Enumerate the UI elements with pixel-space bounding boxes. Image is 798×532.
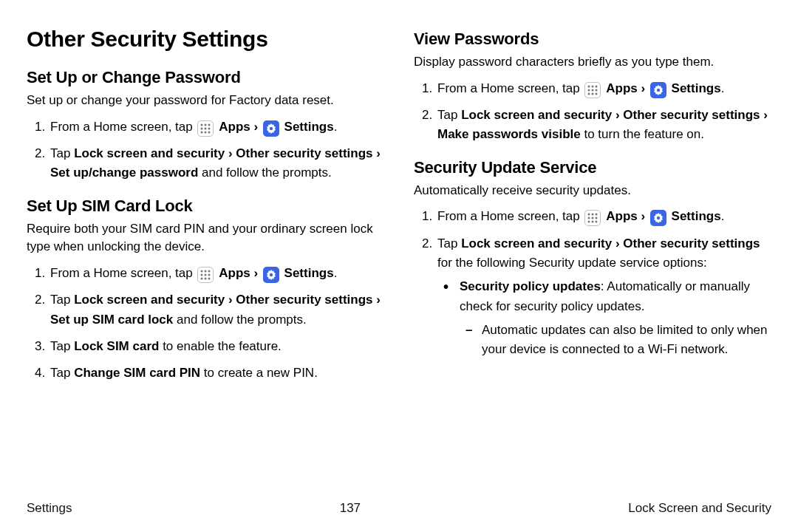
dash-item: Automatic updates can also be limited to… [479, 321, 771, 360]
dash-list: Automatic updates can also be limited to… [460, 321, 771, 360]
apps-label: Apps [606, 81, 638, 95]
step-item: From a Home screen, tap Apps › Settings. [49, 117, 384, 137]
section-desc: Require both your SIM card PIN and your … [27, 220, 384, 256]
svg-point-24 [592, 89, 594, 91]
tap-prefix: Tap [437, 236, 461, 250]
bullet-item: Security policy updates: Automatically o… [457, 277, 771, 359]
chevron: › [250, 266, 262, 280]
svg-point-23 [588, 89, 590, 91]
step-after: to turn the feature on. [581, 127, 704, 141]
step-after: and follow the prompts. [173, 313, 306, 327]
step-item: Tap Lock SIM card to enable the feature. [49, 337, 384, 356]
svg-point-7 [205, 131, 207, 133]
document-page: Other Security Settings Set Up or Change… [0, 0, 798, 532]
svg-point-33 [588, 217, 590, 219]
section-desc: Display password characters briefly as y… [414, 53, 771, 72]
step-item: Tap Lock screen and security › Other sec… [436, 234, 771, 360]
step-after: to create a new PIN. [200, 366, 318, 380]
footer-right: Lock Screen and Security [628, 501, 771, 516]
tap-prefix: Tap [437, 108, 461, 122]
section-desc: Automatically receive security updates. [414, 182, 771, 200]
svg-point-3 [201, 127, 203, 129]
step-text: From a Home screen, tap [437, 209, 580, 223]
svg-point-1 [205, 123, 207, 126]
page-title: Other Security Settings [27, 27, 384, 52]
step-item: From a Home screen, tap Apps › Settings. [436, 79, 771, 98]
svg-point-31 [592, 214, 594, 216]
section-desc: Set up or change your password for Facto… [27, 92, 384, 110]
svg-point-4 [205, 127, 207, 129]
apps-icon [197, 267, 214, 283]
apps-icon [197, 120, 214, 137]
step-text: From a Home screen, tap [50, 266, 193, 280]
apps-icon [584, 210, 601, 226]
step-text: From a Home screen, tap [50, 120, 193, 134]
apps-label: Apps [219, 120, 250, 134]
chevron: › [638, 209, 649, 223]
two-column-layout: Other Security Settings Set Up or Change… [27, 27, 771, 397]
svg-point-16 [201, 277, 203, 279]
steps-list: From a Home screen, tap Apps › Settings.… [27, 117, 384, 183]
apps-icon [584, 82, 601, 98]
step-item: From a Home screen, tap Apps › Settings. [49, 264, 384, 283]
step-bold: Lock screen and security › Other securit… [461, 236, 760, 250]
svg-point-8 [208, 131, 211, 133]
period: . [334, 120, 338, 134]
svg-point-36 [588, 221, 590, 223]
svg-point-9 [270, 126, 273, 129]
section-heading-sim-lock: Set Up SIM Card Lock [27, 197, 384, 216]
svg-point-27 [592, 92, 594, 95]
period: . [721, 81, 725, 95]
svg-point-13 [201, 273, 203, 276]
footer-left: Settings [27, 501, 72, 516]
left-column: Other Security Settings Set Up or Change… [27, 27, 384, 397]
step-after: and follow the prompts. [198, 166, 331, 180]
section-heading-setup-password: Set Up or Change Password [27, 68, 384, 87]
svg-point-34 [592, 217, 594, 219]
svg-point-5 [208, 127, 211, 129]
apps-label: Apps [219, 266, 250, 280]
steps-list: From a Home screen, tap Apps › Settings.… [414, 207, 771, 359]
settings-label: Settings [284, 266, 334, 280]
svg-point-22 [596, 85, 598, 87]
svg-point-21 [592, 85, 594, 87]
tap-prefix: Tap [50, 366, 74, 380]
svg-point-15 [208, 273, 211, 276]
steps-list: From a Home screen, tap Apps › Settings.… [414, 79, 771, 145]
svg-point-39 [657, 216, 660, 219]
step-after: for the following Security update servic… [437, 256, 707, 270]
svg-point-0 [201, 123, 203, 126]
svg-point-38 [596, 221, 598, 223]
chevron: › [638, 81, 649, 95]
svg-point-12 [208, 270, 211, 272]
step-item: Tap Change SIM card PIN to create a new … [49, 364, 384, 383]
bullet-bold: Security policy updates [460, 279, 601, 293]
svg-point-2 [208, 123, 211, 126]
svg-point-32 [596, 214, 598, 216]
tap-prefix: Tap [50, 293, 74, 307]
tap-prefix: Tap [50, 339, 74, 353]
svg-point-26 [588, 92, 590, 95]
settings-icon [263, 120, 279, 137]
steps-list: From a Home screen, tap Apps › Settings.… [27, 264, 384, 383]
step-item: Tap Lock screen and security › Other sec… [49, 144, 384, 183]
page-footer: Settings 137 Lock Screen and Security [0, 501, 798, 516]
period: . [334, 266, 338, 280]
tap-prefix: Tap [50, 146, 74, 160]
settings-icon [263, 267, 279, 283]
period: . [721, 209, 725, 223]
step-text: From a Home screen, tap [437, 81, 580, 95]
section-heading-view-passwords: View Passwords [414, 30, 771, 49]
svg-point-29 [657, 88, 660, 91]
step-after: to enable the feature. [159, 339, 281, 353]
settings-icon [650, 82, 666, 98]
footer-page-number: 137 [340, 501, 361, 516]
svg-point-14 [205, 273, 207, 276]
svg-point-11 [205, 270, 207, 272]
settings-label: Settings [672, 81, 721, 95]
svg-point-25 [596, 89, 598, 91]
svg-point-18 [208, 277, 211, 279]
svg-point-10 [201, 270, 203, 272]
svg-point-17 [205, 277, 207, 279]
settings-label: Settings [672, 209, 721, 223]
